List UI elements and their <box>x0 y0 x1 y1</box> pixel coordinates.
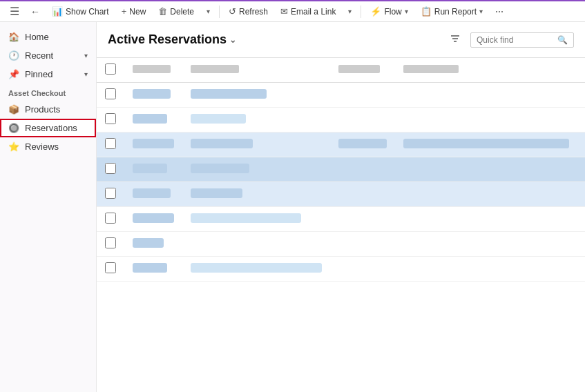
row-checkbox[interactable] <box>105 237 116 248</box>
filter-icon <box>450 33 461 44</box>
table-row[interactable] <box>97 232 585 257</box>
sidebar: 🏠 Home 🕐 Recent ▾ 📌 Pinned ▾ Asset Check… <box>0 22 97 392</box>
divider-1 <box>219 6 220 18</box>
show-chart-label: Show Chart <box>66 7 109 17</box>
cell-blur <box>133 213 174 223</box>
email-dropdown-button[interactable]: ▾ <box>343 6 356 17</box>
sidebar-item-reviews[interactable]: ⭐ Reviews <box>0 137 96 156</box>
run-report-button[interactable]: 📋 Run Report ▾ <box>416 4 488 19</box>
flow-dropdown-arrow: ▾ <box>405 8 408 15</box>
col-3-header <box>330 58 395 83</box>
table-row[interactable] <box>97 133 585 157</box>
table-row[interactable] <box>97 257 585 282</box>
recent-label: Recent <box>25 50 53 61</box>
email-link-button[interactable]: ✉ Email a Link <box>276 4 341 19</box>
more-button[interactable]: ⋯ <box>490 5 508 19</box>
cell-blur <box>191 263 322 273</box>
show-chart-button[interactable]: 📊 Show Chart <box>47 4 114 19</box>
cell-blur <box>133 164 167 173</box>
table-row[interactable] <box>97 207 585 232</box>
cell-blur <box>133 114 167 124</box>
cell-blur <box>191 89 267 99</box>
view-header: Active Reservations ⌄ 🔍 <box>97 22 585 58</box>
reservations-table <box>97 58 585 282</box>
report-dropdown-arrow: ▾ <box>479 8 483 15</box>
search-input[interactable] <box>477 35 555 45</box>
search-icon: 🔍 <box>557 35 568 45</box>
delete-button[interactable]: 🗑 Delete <box>153 4 199 19</box>
cell-blur <box>191 213 301 223</box>
delete-label: Delete <box>170 7 194 17</box>
products-label: Products <box>25 104 60 115</box>
sidebar-item-home[interactable]: 🏠 Home <box>0 28 96 46</box>
table-row[interactable] <box>97 83 585 108</box>
cell-blur <box>191 164 249 173</box>
cell-blur <box>133 263 167 273</box>
sidebar-item-pinned[interactable]: 📌 Pinned ▾ <box>0 65 96 84</box>
back-button[interactable]: ← <box>26 3 44 20</box>
new-label: New <box>129 7 146 17</box>
more-icon: ⋯ <box>495 7 504 17</box>
col-2-header-blur <box>191 65 239 73</box>
col-5-header <box>577 58 585 83</box>
top-bar: ☰ ← 📊 Show Chart + New 🗑 Delete ▾ ↺ Refr… <box>0 0 585 22</box>
col-4-header <box>395 58 577 83</box>
refresh-button[interactable]: ↺ Refresh <box>224 4 273 19</box>
table-row[interactable] <box>97 108 585 133</box>
row-checkbox[interactable] <box>105 262 116 273</box>
reviews-icon: ⭐ <box>8 141 19 152</box>
row-checkbox[interactable] <box>105 188 116 199</box>
view-title-text: Active Reservations <box>108 32 227 47</box>
pin-icon: 📌 <box>8 69 19 79</box>
run-report-label: Run Report <box>434 7 477 17</box>
col-checkbox-header <box>97 58 124 83</box>
refresh-label: Refresh <box>239 7 268 17</box>
email-icon: ✉ <box>280 6 288 17</box>
sidebar-item-recent[interactable]: 🕐 Recent ▾ <box>0 46 96 65</box>
delete-icon: 🗑 <box>158 6 167 17</box>
col-3-header-blur <box>338 65 380 73</box>
search-box[interactable]: 🔍 <box>470 32 574 48</box>
col-1-header <box>124 58 182 83</box>
view-title-dropdown-arrow[interactable]: ⌄ <box>229 35 236 45</box>
row-checkbox[interactable] <box>105 163 116 174</box>
sidebar-item-reservations[interactable]: 🔘 Reservations <box>0 119 96 137</box>
pinned-label: Pinned <box>25 69 52 79</box>
cell-blur <box>191 139 253 148</box>
col-4-header-blur <box>403 65 459 73</box>
row-checkbox[interactable] <box>105 88 116 99</box>
delete-dropdown-arrow: ▾ <box>207 8 210 15</box>
cell-blur <box>403 139 569 148</box>
email-dropdown-arrow: ▾ <box>348 8 352 15</box>
plus-icon: + <box>122 6 127 17</box>
home-label: Home <box>25 32 49 42</box>
row-checkbox[interactable] <box>105 113 116 124</box>
sidebar-item-products[interactable]: 📦 Products <box>0 100 96 119</box>
select-all-checkbox[interactable] <box>105 63 116 75</box>
reviews-label: Reviews <box>25 141 59 152</box>
chart-icon: 📊 <box>52 6 63 17</box>
filter-button[interactable] <box>445 30 465 49</box>
flow-button[interactable]: ⚡ Flow ▾ <box>365 4 412 19</box>
cell-blur <box>133 188 171 198</box>
table-area <box>97 58 585 392</box>
report-icon: 📋 <box>421 6 432 17</box>
row-checkbox[interactable] <box>105 138 116 149</box>
table-header-row <box>97 58 585 83</box>
col-1-header-blur <box>133 65 171 73</box>
new-button[interactable]: + New <box>117 4 151 19</box>
recent-icon: 🕐 <box>8 50 19 61</box>
cell-blur <box>133 139 174 148</box>
flow-label: Flow <box>384 7 401 17</box>
table-row[interactable] <box>97 182 585 207</box>
content-area: 🏠 Home 🕐 Recent ▾ 📌 Pinned ▾ Asset Check… <box>0 22 585 392</box>
home-icon: 🏠 <box>8 32 19 42</box>
row-checkbox[interactable] <box>105 213 116 224</box>
view-header-actions: 🔍 <box>445 30 574 49</box>
table-row[interactable] <box>97 157 585 182</box>
pinned-chevron: ▾ <box>84 70 88 78</box>
delete-dropdown-button[interactable]: ▾ <box>202 6 215 17</box>
main-content: Active Reservations ⌄ 🔍 <box>97 22 585 392</box>
view-title: Active Reservations ⌄ <box>108 32 236 47</box>
hamburger-button[interactable]: ☰ <box>6 2 23 21</box>
